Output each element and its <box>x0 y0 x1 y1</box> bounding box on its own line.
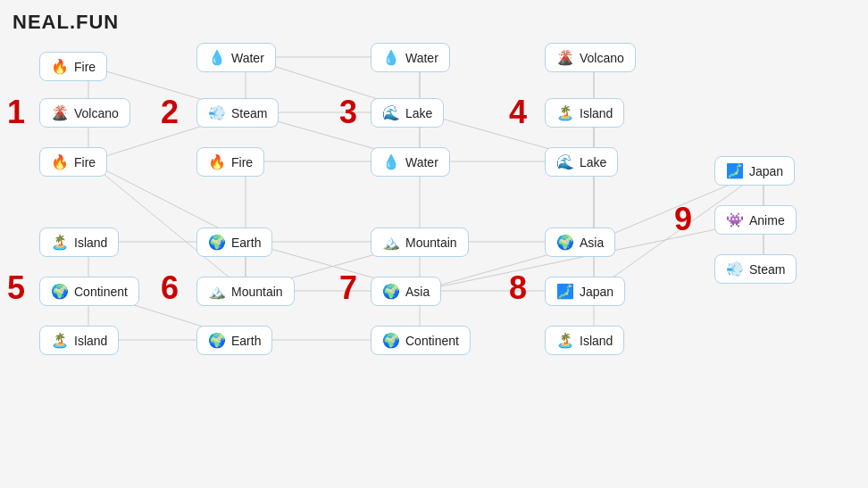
node-anime1[interactable]: 👾Anime <box>714 205 797 235</box>
node-icon-island4: 🏝️ <box>556 332 574 349</box>
node-label-continent1: Continent <box>74 285 128 299</box>
step-label-4: 4 <box>509 96 527 128</box>
node-icon-volcano1: 🌋 <box>51 104 69 121</box>
node-steam2[interactable]: 💨Steam <box>714 254 797 284</box>
node-label-japan2: Japan <box>749 164 783 178</box>
node-icon-earth1: 🌍 <box>208 234 226 251</box>
node-earth2[interactable]: 🌍Earth <box>196 326 272 355</box>
node-icon-japan2: 🗾 <box>726 162 744 179</box>
node-japan2[interactable]: 🗾Japan <box>714 156 795 186</box>
node-icon-water1: 💧 <box>208 49 226 66</box>
node-label-volcano2: Volcano <box>580 51 624 65</box>
node-label-mountain1: Mountain <box>231 285 283 299</box>
node-mountain2[interactable]: 🏔️Mountain <box>371 227 469 257</box>
step-label-9: 9 <box>674 203 692 236</box>
node-icon-continent1: 🌍 <box>51 283 69 300</box>
node-island3[interactable]: 🏝️Island <box>545 98 624 128</box>
node-asia2[interactable]: 🌍Asia <box>545 227 615 257</box>
node-label-water1: Water <box>231 51 264 65</box>
node-label-island4: Island <box>580 334 613 348</box>
step-label-8: 8 <box>509 272 527 304</box>
node-icon-lake1: 🌊 <box>382 104 400 121</box>
node-label-water3: Water <box>405 155 438 170</box>
step-label-5: 5 <box>7 272 25 304</box>
node-water3[interactable]: 💧Water <box>371 147 450 177</box>
node-earth1[interactable]: 🌍Earth <box>196 227 272 257</box>
node-icon-japan1: 🗾 <box>556 283 574 300</box>
node-icon-island3: 🏝️ <box>556 104 574 121</box>
node-island1[interactable]: 🏝️Island <box>39 227 119 257</box>
node-japan1[interactable]: 🗾Japan <box>545 277 625 306</box>
node-label-island3: Island <box>580 106 613 120</box>
node-mountain1[interactable]: 🏔️Mountain <box>196 277 295 306</box>
node-steam1[interactable]: 💨Steam <box>196 98 279 128</box>
node-label-mountain2: Mountain <box>405 236 457 250</box>
node-label-anime1: Anime <box>749 213 785 227</box>
node-icon-mountain2: 🏔️ <box>382 234 400 251</box>
node-label-fire1: Fire <box>74 60 96 74</box>
node-asia1[interactable]: 🌍Asia <box>371 277 441 306</box>
node-fire3[interactable]: 🔥Fire <box>196 147 264 177</box>
node-icon-water2: 💧 <box>382 49 400 66</box>
step-label-7: 7 <box>339 272 357 304</box>
node-continent2[interactable]: 🌍Continent <box>371 326 471 355</box>
node-volcano1[interactable]: 🌋Volcano <box>39 98 130 128</box>
node-label-volcano1: Volcano <box>74 106 119 120</box>
node-icon-continent2: 🌍 <box>382 332 400 349</box>
node-fire2[interactable]: 🔥Fire <box>39 147 107 177</box>
node-label-asia2: Asia <box>580 236 604 250</box>
node-label-fire3: Fire <box>231 155 253 170</box>
node-label-steam2: Steam <box>749 262 785 277</box>
step-label-6: 6 <box>161 272 179 304</box>
node-label-water2: Water <box>405 51 438 65</box>
node-lake1[interactable]: 🌊Lake <box>371 98 444 128</box>
node-water1[interactable]: 💧Water <box>196 43 276 72</box>
node-label-fire2: Fire <box>74 155 96 170</box>
node-icon-anime1: 👾 <box>726 211 744 228</box>
node-icon-mountain1: 🏔️ <box>208 283 226 300</box>
node-label-steam1: Steam <box>231 106 267 120</box>
node-icon-asia2: 🌍 <box>556 234 574 251</box>
node-label-japan1: Japan <box>580 285 613 299</box>
node-icon-volcano2: 🌋 <box>556 49 574 66</box>
node-icon-fire2: 🔥 <box>51 153 69 170</box>
node-icon-water3: 💧 <box>382 153 400 170</box>
node-label-asia1: Asia <box>405 285 430 299</box>
node-icon-fire1: 🔥 <box>51 58 69 75</box>
node-label-earth1: Earth <box>231 236 261 250</box>
node-icon-asia1: 🌍 <box>382 283 400 300</box>
node-label-continent2: Continent <box>405 334 459 348</box>
node-volcano2[interactable]: 🌋Volcano <box>545 43 636 72</box>
step-label-1: 1 <box>7 96 25 128</box>
step-label-3: 3 <box>339 96 357 128</box>
node-fire1[interactable]: 🔥Fire <box>39 52 107 81</box>
node-icon-steam1: 💨 <box>208 104 226 121</box>
node-island2[interactable]: 🏝️Island <box>39 326 119 355</box>
node-icon-lake2: 🌊 <box>556 153 574 170</box>
node-icon-island1: 🏝️ <box>51 234 69 251</box>
node-label-lake2: Lake <box>580 155 606 170</box>
node-water2[interactable]: 💧Water <box>371 43 450 72</box>
node-icon-island2: 🏝️ <box>51 332 69 349</box>
node-label-lake1: Lake <box>405 106 432 120</box>
node-label-island1: Island <box>74 236 107 250</box>
node-icon-fire3: 🔥 <box>208 153 226 170</box>
node-icon-earth2: 🌍 <box>208 332 226 349</box>
step-label-2: 2 <box>161 96 179 128</box>
node-icon-steam2: 💨 <box>726 261 744 277</box>
node-label-earth2: Earth <box>231 334 261 348</box>
node-lake2[interactable]: 🌊Lake <box>545 147 618 177</box>
node-label-island2: Island <box>74 334 107 348</box>
node-continent1[interactable]: 🌍Continent <box>39 277 139 306</box>
node-island4[interactable]: 🏝️Island <box>545 326 624 355</box>
